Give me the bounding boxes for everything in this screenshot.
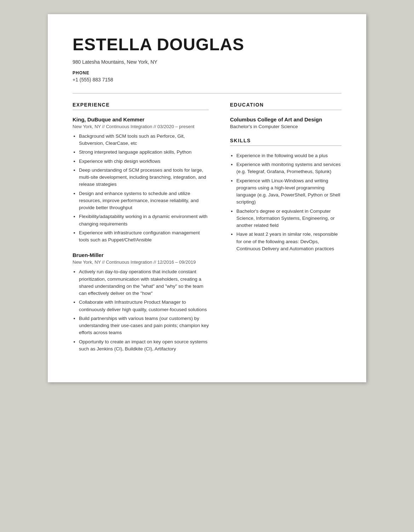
education-degree: Bachelor's in Computer Science	[230, 124, 341, 129]
list-item: Deep understanding of SCM processes and …	[79, 167, 209, 188]
name: ESTELLA DOUGLAS	[73, 35, 341, 54]
list-item: Have at least 2 years in similar role, r…	[236, 231, 341, 252]
list-item: Experience with Linux-Windows and writin…	[236, 177, 341, 206]
skills-section-title: SKILLS	[230, 138, 341, 146]
phone-value: +1 (555) 883 7158	[73, 77, 341, 82]
education-school: Columbus College of Art and Design	[230, 116, 341, 122]
job-1-bullets: Background with SCM tools such as Perfor…	[79, 133, 209, 244]
skills-bullets: Experience in the following would be a p…	[236, 152, 341, 252]
right-column: EDUCATION Columbus College of Art and De…	[230, 102, 341, 361]
resume-page: ESTELLA DOUGLAS 980 Latesha Mountains, N…	[48, 14, 366, 382]
job-2-bullets: Actively run day-to-day operations that …	[79, 268, 209, 353]
list-item: Opportunity to create an impact on key o…	[79, 338, 209, 353]
list-item: Background with SCM tools such as Perfor…	[79, 133, 209, 147]
list-item: Actively run day-to-day operations that …	[79, 268, 209, 297]
experience-section-title: EXPERIENCE	[73, 102, 209, 110]
list-item: Experience with infrastructure configura…	[79, 229, 209, 244]
job-1-company: King, DuBuque and Kemmer	[73, 116, 209, 122]
job-2-company: Bruen-Miller	[73, 252, 209, 258]
list-item: Flexibility/adaptability working in a dy…	[79, 213, 209, 228]
list-item: Bachelor's degree or equivalent in Compu…	[236, 208, 341, 229]
two-column-layout: EXPERIENCE King, DuBuque and Kemmer New …	[73, 102, 341, 361]
list-item: Experience with monitoring systems and s…	[236, 161, 341, 176]
education-section-title: EDUCATION	[230, 102, 341, 110]
job-1-meta: New York, NY // Continuous Integration /…	[73, 124, 209, 129]
list-item: Experience with chip design workflows	[79, 158, 209, 165]
left-column: EXPERIENCE King, DuBuque and Kemmer New …	[73, 102, 209, 361]
job-2: Bruen-Miller New York, NY // Continuous …	[73, 252, 209, 353]
address: 980 Latesha Mountains, New York, NY	[73, 59, 341, 65]
job-2-meta: New York, NY // Continuous Integration /…	[73, 259, 209, 265]
list-item: Build partnerships with various teams (o…	[79, 315, 209, 337]
list-item: Collaborate with Infrastructure Product …	[79, 299, 209, 313]
list-item: Strong interpreted language application …	[79, 149, 209, 156]
divider	[73, 93, 341, 93]
job-1: King, DuBuque and Kemmer New York, NY //…	[73, 116, 209, 244]
list-item: Experience in the following would be a p…	[236, 152, 341, 159]
list-item: Design and enhance systems to schedule a…	[79, 190, 209, 212]
phone-label: PHONE	[73, 70, 341, 75]
